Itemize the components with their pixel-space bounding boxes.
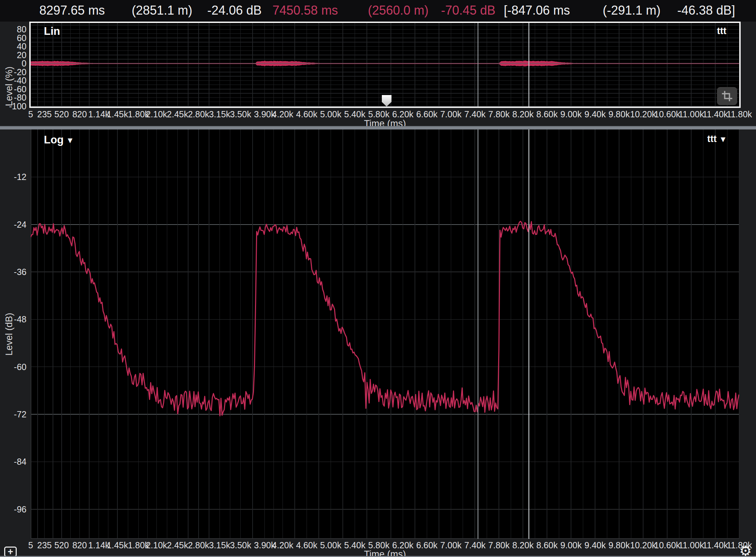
x-tick-label: 4.20k	[272, 109, 293, 119]
main-chart-panel: Level (dB) -12-24-36-48-60-72-84-96 Log▼…	[0, 130, 756, 557]
y-tick-label: -48	[0, 314, 26, 324]
x-tick-label: 8.20k	[512, 540, 534, 550]
readout-bar: 8297.65 ms (2851.1 m) -24.06 dB 7450.58 …	[0, 0, 756, 22]
x-tick-label: 5.40k	[344, 540, 365, 550]
x-tick-label: 5	[28, 540, 33, 550]
x-tick-label: 235	[37, 109, 52, 119]
x-tick-label: 5.00k	[320, 109, 341, 119]
x-tick-label: 6.60k	[416, 109, 438, 119]
x-tick-label: 8.60k	[537, 109, 558, 119]
y-tick-label: -60	[0, 362, 26, 372]
x-tick-label: 9.00k	[561, 540, 582, 550]
overview-y-tick-labels: 806040200-20-40-60-80-100	[0, 23, 28, 107]
x-tick-label: 2.10k	[146, 540, 167, 550]
main-trace-name: ttt	[707, 134, 717, 144]
x-tick-label: 9.00k	[561, 109, 582, 119]
x-tick-label: 4.60k	[296, 540, 317, 550]
main-trace-dropdown[interactable]: ttt▼	[707, 134, 727, 144]
x-tick-label: 9.80k	[609, 109, 630, 119]
cursor-time-readout: 8297.65 ms	[39, 0, 105, 21]
x-tick-label: 11.40k	[702, 109, 728, 119]
cursor-distance-readout: (2851.1 m)	[132, 0, 192, 21]
x-tick-label: 820	[72, 540, 87, 550]
x-tick-label: 5	[28, 109, 33, 119]
overview-trace-name: ttt	[717, 26, 726, 37]
x-tick-label: 7.00k	[440, 109, 462, 119]
main-y-tick-labels: -12-24-36-48-60-72-84-96	[0, 130, 28, 539]
x-tick-label: 235	[37, 540, 52, 550]
delta-distance-readout: (-291.1 m)	[603, 0, 661, 21]
x-tick-label: 11.40k	[702, 540, 728, 550]
x-tick-label: 7.00k	[440, 540, 462, 550]
x-tick-label: 8.60k	[537, 540, 558, 550]
crop-icon	[722, 91, 733, 102]
x-tick-label: 520	[54, 109, 69, 119]
x-tick-label: 3.15k	[209, 109, 230, 119]
marker-time-readout: 7450.58 ms	[272, 0, 338, 21]
settings-gear-icon[interactable]: ⚙	[738, 544, 753, 557]
chevron-down-icon: ▼	[719, 135, 727, 143]
marker-distance-readout: (2560.0 m)	[368, 0, 429, 21]
x-tick-label: 10.20k	[630, 540, 656, 550]
delta-time-readout: [-847.06 ms	[504, 0, 570, 21]
y-tick-label: -36	[0, 267, 26, 277]
overview-chart-panel: Level (%) 806040200-20-40-60-80-100 Lin▼…	[0, 22, 756, 126]
x-tick-label: 2.45k	[167, 109, 188, 119]
x-tick-label: 4.20k	[272, 540, 293, 550]
marker-level-readout: -70.45 dB	[441, 0, 495, 21]
delta-level-readout: -46.38 dB]	[677, 0, 735, 21]
x-tick-label: 3.50k	[230, 540, 251, 550]
add-button[interactable]: +	[4, 547, 17, 557]
overview-x-tick-labels: 52355208201.14k1.45k1.80k2.10k2.45k2.80k…	[0, 109, 756, 119]
overview-scale-dropdown[interactable]: Lin▼	[44, 25, 60, 38]
x-tick-label: 9.40k	[585, 540, 606, 550]
x-tick-label: 8.20k	[512, 109, 534, 119]
x-tick-label: 10.60k	[654, 540, 680, 550]
x-tick-label: 7.80k	[488, 109, 510, 119]
main-x-tick-labels: 52355208201.14k1.45k1.80k2.10k2.45k2.80k…	[0, 540, 756, 549]
x-tick-label: 5.40k	[344, 109, 365, 119]
x-tick-label: 820	[72, 109, 87, 119]
x-tick-label: 11.00k	[678, 540, 704, 550]
x-tick-label: 2.80k	[188, 540, 209, 550]
x-tick-label: 6.60k	[416, 540, 438, 550]
x-tick-label: 9.80k	[609, 540, 630, 550]
x-tick-label: 1.14k	[88, 540, 109, 550]
x-tick-label: 7.40k	[464, 540, 486, 550]
x-tick-label: 10.20k	[630, 109, 656, 119]
x-tick-label: 2.80k	[188, 109, 209, 119]
x-tick-label: 9.40k	[585, 109, 606, 119]
x-tick-label: 1.45k	[107, 109, 128, 119]
x-tick-label: 2.10k	[146, 109, 167, 119]
x-tick-label: 2.45k	[167, 540, 188, 550]
x-tick-label: 7.80k	[488, 540, 510, 550]
chevron-down-icon: ▼	[66, 136, 74, 144]
y-tick-label: -12	[0, 172, 26, 182]
panel-divider[interactable]	[0, 126, 756, 130]
overview-scale-label: Lin	[44, 25, 60, 38]
overview-plot[interactable]	[31, 23, 739, 107]
x-tick-label: 3.50k	[230, 109, 251, 119]
y-tick-label: -84	[0, 457, 26, 467]
x-tick-label: 10.60k	[654, 109, 680, 119]
x-tick-label: 520	[54, 540, 69, 550]
y-tick-label: -24	[0, 220, 26, 230]
main-scale-dropdown[interactable]: Log▼	[44, 134, 74, 146]
y-tick-label: -72	[0, 409, 26, 419]
cursor-level-readout: -24.06 dB	[207, 0, 262, 21]
x-tick-label: 1.14k	[88, 109, 109, 119]
overview-trace-label[interactable]: ttt	[717, 26, 726, 37]
main-scale-label: Log	[44, 134, 64, 146]
y-tick-label: -96	[0, 504, 26, 515]
x-tick-label: 6.20k	[392, 109, 414, 119]
x-tick-label: 5.80k	[368, 109, 389, 119]
x-tick-label: 5.00k	[320, 540, 341, 550]
crop-zoom-button[interactable]	[717, 87, 737, 105]
x-tick-label: 11.80k	[726, 109, 752, 119]
x-tick-label: 4.60k	[296, 109, 317, 119]
x-tick-label: 7.40k	[464, 109, 486, 119]
x-tick-label: 1.45k	[107, 540, 128, 550]
main-plot[interactable]	[31, 130, 739, 539]
x-tick-label: 3.15k	[209, 540, 230, 550]
x-tick-label: 11.00k	[678, 109, 704, 119]
